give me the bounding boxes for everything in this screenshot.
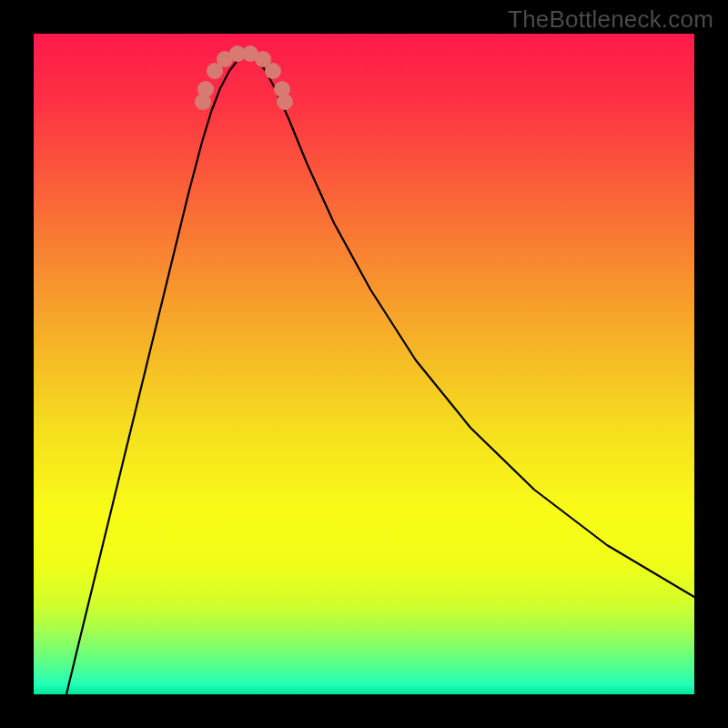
bottleneck-curve — [34, 34, 694, 694]
highlight-dot — [197, 81, 214, 97]
plot-area — [34, 34, 694, 694]
highlight-dot — [265, 63, 281, 79]
highlight-dot — [277, 94, 293, 110]
watermark-label: TheBottleneck.com — [508, 5, 713, 34]
chart-frame: TheBottleneck.com — [0, 0, 728, 728]
